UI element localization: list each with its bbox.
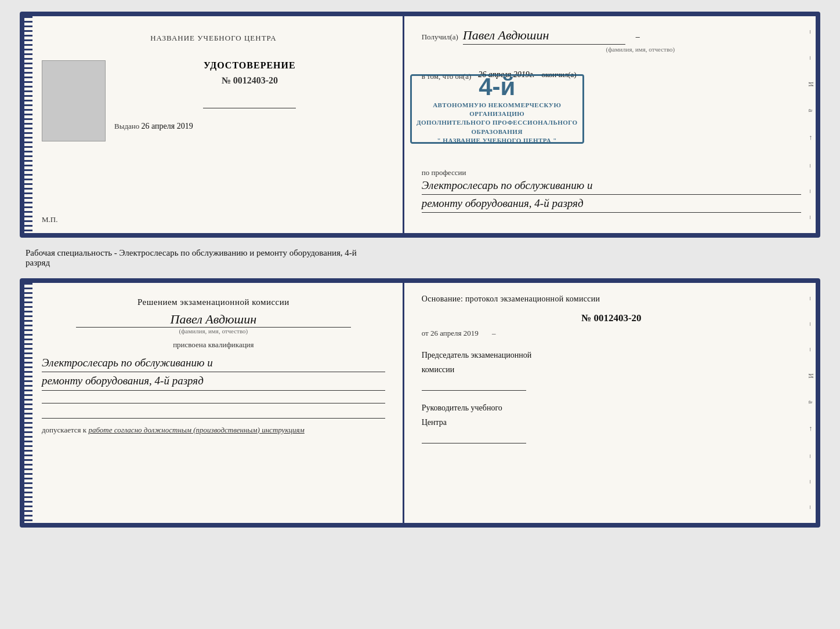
cert-number: № 0012403-20 xyxy=(222,75,278,86)
stamp-line2: ДОПОЛНИТЕЛЬНОГО ПРОФЕССИОНАЛЬНОГО ОБРАЗО… xyxy=(417,118,578,136)
doc-left: НАЗВАНИЕ УЧЕБНОГО ЦЕНТРА УДОСТОВЕРЕНИЕ №… xyxy=(24,16,404,233)
komissia-title: Решением экзаменационной комиссии xyxy=(42,297,385,307)
bottom-document: Решением экзаменационной комиссии Павел … xyxy=(20,278,820,528)
profession-line1: Электрослесарь по обслуживанию и xyxy=(422,177,801,195)
profession-line2: ремонту оборудования, 4-й разряд xyxy=(422,195,801,213)
cert-label: УДОСТОВЕРЕНИЕ xyxy=(204,60,296,71)
stamp-line3: " НАЗВАНИЕ УЧЕБНОГО ЦЕНТРА " xyxy=(437,136,556,145)
predsedatel-line1: Председатель экзаменационной xyxy=(422,350,801,361)
photo-placeholder xyxy=(42,60,106,141)
qual-line2: ремонту оборудования, 4-й разряд xyxy=(42,372,385,390)
side-strip-top: – – И а ← – – – xyxy=(805,16,816,233)
mp-label: М.П. xyxy=(42,215,57,224)
received-label: Получил(а) xyxy=(422,32,458,42)
bottom-right: Основание: протокол экзаменационной коми… xyxy=(404,283,816,523)
dopusk-line: допускается к работе согласно должностны… xyxy=(42,426,385,435)
cert-content: УДОСТОВЕРЕНИЕ № 0012403-20 Выдано 26 апр… xyxy=(42,60,385,141)
stamp-line1: АВТОНОМНУЮ НЕКОММЕРЧЕСКУЮ ОРГАНИЗАЦИЮ xyxy=(417,101,578,119)
middle-text-line1: Рабочая специальность - Электрослесарь п… xyxy=(26,248,814,258)
qual-line1: Электрослесарь по обслуживанию и xyxy=(42,354,385,372)
top-left-title: НАЗВАНИЕ УЧЕБНОГО ЦЕНТРА xyxy=(150,34,276,43)
rukovoditel-line1: Руководитель учебного xyxy=(422,402,801,414)
person-name-top: Павел Авдюшин xyxy=(463,28,625,45)
bottom-left: Решением экзаменационной комиссии Павел … xyxy=(24,283,404,523)
issued-line: Выдано 26 апреля 2019 xyxy=(114,122,193,131)
predsedatel-line2: комиссии xyxy=(422,364,801,376)
issued-label: Выдано xyxy=(114,122,139,130)
dopusk-handwritten: работе согласно должностным (производств… xyxy=(88,426,304,434)
middle-text-line2: разряд xyxy=(26,258,814,268)
prisvoena-label: присвоена квалификация xyxy=(42,340,385,350)
fio-subtitle-bottom: (фамилия, имя, отчество) xyxy=(42,328,385,335)
person-name-bottom: Павел Авдюшин xyxy=(76,312,350,328)
ot-date-line: от 26 апреля 2019 – xyxy=(422,329,801,338)
dopusk-label: допускается к xyxy=(42,426,86,434)
empty-line-2 xyxy=(42,406,385,419)
side-strip-bottom: – – – И а ← – – – xyxy=(805,283,816,523)
issued-date: 26 апреля 2019 xyxy=(142,122,193,130)
rukovoditel-line2: Центра xyxy=(422,417,801,428)
cert-info: УДОСТОВЕРЕНИЕ № 0012403-20 Выдано 26 апр… xyxy=(114,60,385,131)
profession-label: по профессии xyxy=(422,168,466,177)
protocol-number: № 0012403-20 xyxy=(422,312,801,324)
fio-subtitle-top: (фамилия, имя, отчество) xyxy=(480,46,801,53)
ot-date: 26 апреля 2019 xyxy=(430,329,479,337)
stamp-number: 4-й xyxy=(479,73,515,101)
rukovoditel-signature-line xyxy=(422,431,526,443)
osnovanie-text: Основание: протокол экзаменационной коми… xyxy=(422,294,801,304)
ot-label: от xyxy=(422,329,429,337)
predsedatel-signature-line xyxy=(422,378,526,391)
stamp-overlay: 4-й АВТОНОМНУЮ НЕКОММЕРЧЕСКУЮ ОРГАНИЗАЦИ… xyxy=(410,74,584,144)
doc-right: Получил(а) Павел Авдюшин – (фамилия, имя… xyxy=(404,16,816,233)
middle-text-block: Рабочая специальность - Электрослесарь п… xyxy=(20,248,820,268)
empty-line-1 xyxy=(42,391,385,403)
top-document: НАЗВАНИЕ УЧЕБНОГО ЦЕНТРА УДОСТОВЕРЕНИЕ №… xyxy=(20,12,820,238)
